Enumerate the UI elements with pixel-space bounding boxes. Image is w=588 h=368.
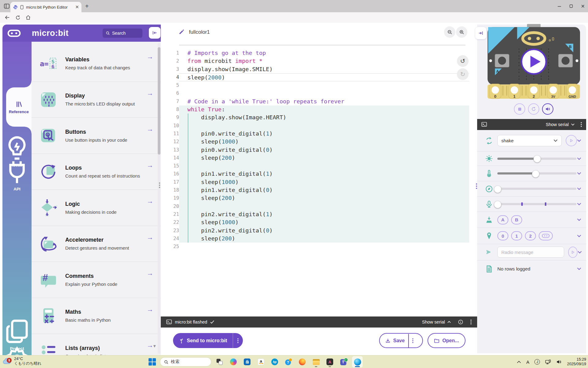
window-minimize-button[interactable]: [557, 4, 561, 8]
home-icon[interactable]: [24, 14, 32, 21]
code-line[interactable]: 15: [161, 162, 469, 170]
pin-button-2[interactable]: 2: [525, 231, 536, 240]
sidebar-item-accelerometer[interactable]: AccelerometerDetect gestures and movemen…: [32, 226, 161, 262]
code-line[interactable]: 16 pin1.write_digital(1): [161, 170, 469, 178]
arrow-right-icon[interactable]: →: [147, 89, 153, 97]
taskbar-icon-edge[interactable]: [352, 356, 363, 367]
taskbar-icon-amazon[interactable]: a: [256, 356, 266, 367]
sidebar-resize-handle[interactable]: [159, 182, 160, 188]
project-name[interactable]: fullcolor1: [189, 29, 210, 35]
sim-show-serial-toggle[interactable]: Show serial: [546, 122, 575, 127]
code-line[interactable]: 19 sleep(200): [161, 194, 469, 202]
code-line[interactable]: 4sleep(2000): [161, 73, 469, 81]
code-line[interactable]: 21 pin2.write_digital(1): [161, 210, 469, 218]
chevron-down-icon[interactable]: [578, 251, 582, 254]
edit-project-name-icon[interactable]: [179, 29, 185, 35]
network-icon[interactable]: [545, 359, 551, 365]
taskbar-icon-task-view[interactable]: [214, 356, 225, 367]
code-line[interactable]: 25: [161, 243, 469, 251]
chevron-down-icon[interactable]: [577, 218, 581, 221]
save-button[interactable]: Save: [379, 333, 423, 348]
arrow-right-icon[interactable]: →: [147, 233, 153, 241]
search-input[interactable]: Search: [103, 29, 142, 38]
serial-menu-icon[interactable]: [470, 320, 472, 324]
arrow-right-icon[interactable]: →: [147, 305, 153, 313]
zoom-out-button[interactable]: [444, 26, 455, 38]
pin-button-1[interactable]: 1: [511, 231, 522, 240]
send-to-microbit-button[interactable]: Send to micro:bit: [173, 333, 243, 348]
code-line[interactable]: 5: [161, 81, 469, 89]
show-serial-toggle[interactable]: Show serial: [422, 320, 451, 324]
code-line[interactable]: 10: [161, 122, 469, 130]
taskbar-icon-firefox[interactable]: [297, 356, 307, 367]
code-line[interactable]: 20: [161, 202, 469, 210]
taskbar-icon-teams[interactable]: T✓: [338, 356, 349, 367]
serial-info-icon[interactable]: [458, 320, 463, 324]
code-line[interactable]: 17 sleep(1000): [161, 178, 469, 186]
slider-thumb[interactable]: [533, 155, 541, 163]
code-area[interactable]: 1# Imports go at the top2from microbit i…: [161, 49, 469, 251]
send-gesture-button[interactable]: [566, 135, 577, 146]
microbit-board[interactable]: A B 0 1 2 3V GND: [488, 24, 580, 101]
sidebar-item-display[interactable]: DisplayThe micro:bit's LED display outpu…: [32, 82, 161, 118]
code-line[interactable]: 1# Imports go at the top: [161, 49, 469, 57]
stop-button[interactable]: [514, 103, 525, 115]
code-line[interactable]: 11 pin0.write_digital(1): [161, 130, 469, 138]
taskbar-icon-hp[interactable]: hp: [270, 356, 280, 367]
undo-button[interactable]: ↺: [457, 55, 469, 67]
sensor-slider[interactable]: [497, 188, 576, 190]
taskbar-icon-copilot[interactable]: [228, 356, 239, 367]
radio-message-input[interactable]: [497, 247, 564, 258]
chevron-down-icon[interactable]: [577, 139, 581, 142]
arrow-right-icon[interactable]: →: [147, 125, 153, 133]
sidebar-item-lists[interactable]: Lists (arrays)Organise data in lists→: [32, 334, 161, 355]
sidebar-item-maths[interactable]: MathsBasic maths in Python→: [32, 298, 161, 334]
tab-actions-icon[interactable]: [4, 3, 10, 9]
taskbar-icon-explorer[interactable]: [311, 356, 321, 367]
new-tab-button[interactable]: +: [85, 3, 89, 9]
start-button[interactable]: [148, 358, 156, 366]
chevron-down-icon[interactable]: [577, 235, 581, 237]
sidebar-item-loops[interactable]: LoopsCount and repeat sets of instructio…: [32, 154, 161, 190]
tab-close-icon[interactable]: ✕: [75, 4, 79, 10]
sidebar-item-reference[interactable]: Reference: [6, 87, 32, 127]
chevron-down-icon[interactable]: [577, 187, 581, 190]
sidebar-item-logic[interactable]: LogicMaking decisions in code→: [32, 190, 161, 226]
chevron-down-icon[interactable]: [577, 203, 581, 205]
slider-thumb[interactable]: [494, 186, 501, 193]
code-line[interactable]: 8while True:: [161, 105, 469, 113]
sidebar-scrollbar[interactable]: [158, 43, 160, 354]
code-line[interactable]: 13 pin0.write_digital(0): [161, 146, 469, 154]
browser-tab[interactable]: micro:bit Python Editor ✕: [10, 2, 81, 12]
ime-mode[interactable]: A: [526, 359, 529, 365]
code-line[interactable]: 2from microbit import *: [161, 57, 469, 65]
audio-button[interactable]: [542, 103, 553, 115]
slider-thumb[interactable]: [494, 201, 501, 208]
code-line[interactable]: 6: [161, 89, 469, 97]
code-line[interactable]: 24 sleep(200): [161, 235, 469, 243]
pin-button-0[interactable]: 0: [497, 231, 508, 240]
arrow-right-icon[interactable]: →: [147, 161, 153, 169]
refresh-icon[interactable]: [14, 14, 21, 21]
gesture-select[interactable]: shake: [497, 135, 562, 146]
taskbar-search[interactable]: 検索: [160, 357, 211, 366]
pin-button-A[interactable]: A: [497, 215, 508, 224]
weather-widget[interactable]: 9 24°C くもりのち晴れ: [2, 356, 41, 366]
back-icon[interactable]: [4, 14, 11, 21]
arrow-right-icon[interactable]: →: [147, 53, 153, 61]
taskbar-icon-get-help[interactable]: ?: [283, 356, 294, 367]
pin-logo-button[interactable]: [539, 231, 553, 240]
pin-button-B[interactable]: B: [511, 215, 522, 224]
arrow-right-icon[interactable]: →: [147, 197, 153, 205]
taskbar-icon-store[interactable]: [242, 356, 252, 367]
chevron-down-icon[interactable]: [577, 172, 581, 175]
tray-expand-icon[interactable]: [517, 361, 521, 363]
code-line[interactable]: 18 pin1.write_digital(0): [161, 186, 469, 194]
code-line[interactable]: 22 sleep(1000): [161, 218, 469, 226]
code-line[interactable]: 3display.show(Image.SMILE): [161, 65, 469, 73]
code-line[interactable]: 12 sleep(1000): [161, 138, 469, 146]
code-line[interactable]: 7# Code in a 'while True:' loop repeats …: [161, 98, 469, 105]
chevron-down-icon[interactable]: [577, 267, 581, 270]
sim-serial-menu-icon[interactable]: [581, 122, 582, 127]
save-options-icon[interactable]: [409, 338, 417, 343]
